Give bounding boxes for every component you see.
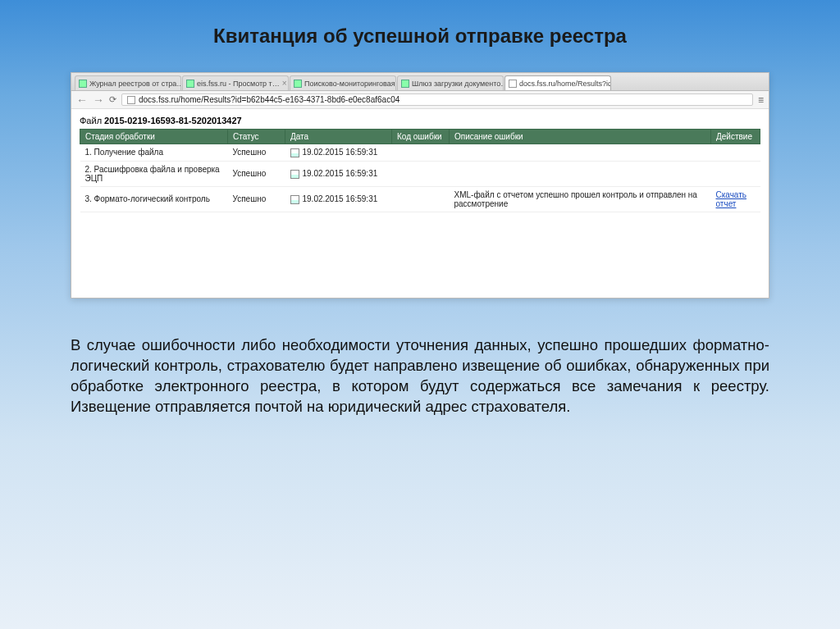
cell-status: Успешно [228,161,285,186]
calendar-icon [290,148,299,157]
browser-tab[interactable]: Поисково-мониторинговая… × [290,75,396,90]
tab-label: docs.fss.ru/home/Results?id… [519,80,611,88]
browser-tab[interactable]: Шлюз загрузки документо… × [397,75,504,90]
file-name: 2015-0219-16593-81-5202013427 [104,116,242,125]
col-header-action: Действие [711,130,760,144]
table-row: 2. Расшифровка файла и проверка ЭЦП Успе… [80,161,760,186]
tab-label: Журнал реестров от стра… [89,80,181,88]
browser-tab[interactable]: eis.fss.ru - Просмотр т… × [182,75,289,90]
file-prefix: Файл [80,116,102,125]
back-icon[interactable]: ← [76,94,88,106]
table-row: 1. Получение файла Успешно 19.02.2015 16… [80,144,760,162]
url-text: docs.fss.ru/home/Results?id=b62b44c5-e16… [139,95,399,104]
menu-icon[interactable]: ≡ [758,94,764,106]
url-input[interactable]: docs.fss.ru/home/Results?id=b62b44c5-e16… [121,93,753,106]
cell-err-code [392,161,450,186]
col-header-date: Дата [285,130,392,144]
tab-strip: Журнал реестров от стра… × eis.fss.ru - … [71,73,769,91]
tab-label: eis.fss.ru - Просмотр т… [197,80,280,88]
cell-err-desc [450,161,711,186]
cell-action [711,144,760,162]
cell-stage: 2. Расшифровка файла и проверка ЭЦП [80,161,228,186]
cell-err-desc [450,144,711,162]
favicon-icon [294,80,302,88]
page-icon [127,96,135,104]
processing-table: Стадия обработки Статус Дата Код ошибки … [80,129,760,212]
tab-label: Поисково-мониторинговая… [304,80,396,88]
col-header-stage: Стадия обработки [80,130,228,144]
page-icon [509,80,517,88]
cell-err-desc: XML-файл с отчетом успешно прошел контро… [450,186,711,212]
tab-label: Шлюз загрузки документо… [412,80,504,88]
favicon-icon [186,80,194,88]
forward-icon[interactable]: → [93,94,104,106]
cell-err-code [392,186,450,212]
col-header-err-code: Код ошибки [392,130,450,144]
calendar-icon [290,170,299,179]
download-report-link[interactable]: Скачать отчет [716,190,747,208]
favicon-icon [401,80,409,88]
cell-date: 19.02.2015 16:59:31 [285,161,392,186]
address-bar: ← → ⟳ docs.fss.ru/home/Results?id=b62b44… [71,91,769,109]
browser-tab[interactable]: Журнал реестров от стра… × [75,75,181,90]
cell-date: 19.02.2015 16:59:31 [285,186,392,212]
file-label: Файл 2015-0219-16593-81-5202013427 [80,116,760,125]
table-row: 3. Формато-логический контроль Успешно 1… [80,186,760,212]
slide-body-text: В случае ошибочности либо необходимости … [71,335,769,417]
page-content: Файл 2015-0219-16593-81-5202013427 Стади… [71,109,769,298]
col-header-err-desc: Описание ошибки [450,130,711,144]
cell-stage: 1. Получение файла [80,144,228,162]
browser-tab-active[interactable]: docs.fss.ru/home/Results?id… × [504,75,611,90]
favicon-icon [79,80,87,88]
close-icon[interactable]: × [282,80,287,88]
cell-date: 19.02.2015 16:59:31 [285,144,392,162]
cell-action [711,161,760,186]
cell-stage: 3. Формато-логический контроль [80,186,228,212]
slide-title: Квитанция об успешной отправке реестра [0,0,840,64]
browser-window: Журнал реестров от стра… × eis.fss.ru - … [71,72,769,299]
cell-status: Успешно [228,144,285,162]
cell-err-code [392,144,450,162]
calendar-icon [290,195,299,204]
reload-icon[interactable]: ⟳ [109,94,116,105]
col-header-status: Статус [228,130,285,144]
cell-status: Успешно [228,186,285,212]
cell-action: Скачать отчет [711,186,760,212]
